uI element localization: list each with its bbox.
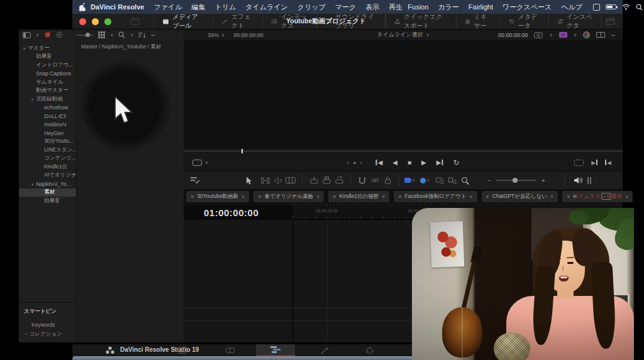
marker-icon[interactable]: [420, 178, 426, 183]
viewer-title-select[interactable]: タイムライン選択 ∨: [377, 31, 429, 39]
timeline-view-options-icon[interactable]: [189, 177, 201, 184]
thumbnail-size-slider[interactable]: [77, 35, 93, 36]
bin-row[interactable]: ∨ Kindle1位: [19, 163, 76, 172]
match-frame-icon[interactable]: [574, 160, 584, 166]
audio-monitor-icon[interactable]: [572, 177, 585, 184]
bin-row[interactable]: ∨ Snap Captions: [19, 70, 76, 79]
viewer-playhead[interactable]: [242, 149, 243, 153]
play-reverse-button[interactable]: ◀: [392, 159, 397, 166]
full-extent-zoom-icon[interactable]: [433, 177, 446, 184]
bin-row[interactable]: ∨ NapkinAI_Yo...: [19, 180, 76, 188]
toolbar-tab-mixer[interactable]: ミキサー: [457, 14, 500, 29]
timeline-view-icon[interactable]: [601, 193, 611, 200]
insert-clip-icon[interactable]: [308, 177, 320, 184]
chevron-down-icon[interactable]: ∨: [574, 33, 577, 38]
bin-row[interactable]: ∨ マスター: [19, 44, 76, 53]
close-tab-icon[interactable]: ×: [258, 194, 261, 200]
link-clips-icon[interactable]: [369, 177, 381, 184]
sort-icon[interactable]: [138, 32, 146, 38]
loop-button[interactable]: ↻: [453, 158, 460, 167]
smartbin-item-collections[interactable]: › コレクション: [19, 329, 76, 339]
menu-item[interactable]: 再生: [389, 3, 402, 12]
zoom-in-button[interactable]: +: [541, 177, 545, 184]
search-icon[interactable]: [118, 31, 125, 38]
menu-item[interactable]: Fusion: [408, 3, 428, 11]
timeline-zoom-slider[interactable]: [496, 180, 536, 181]
page-fusion[interactable]: [310, 344, 339, 356]
menu-item[interactable]: クリップ: [297, 3, 326, 12]
page-media[interactable]: [168, 344, 197, 356]
menu-item[interactable]: ヘルプ: [561, 3, 582, 12]
bin-row[interactable]: ∨ LINEスタン...: [19, 146, 76, 155]
bin-row[interactable]: ∨ 効果音: [19, 53, 76, 62]
chevron-down-icon[interactable]: ∨: [130, 33, 133, 38]
add-bin-icon[interactable]: [56, 31, 63, 38]
bin-row[interactable]: ∨ 素材: [19, 188, 76, 197]
play-button[interactable]: ▶: [421, 159, 426, 166]
stop-button[interactable]: ■: [408, 159, 411, 166]
timeline-tab[interactable]: × Facebook強制ログアウト ∨: [394, 191, 477, 202]
blade-edit-mode-icon[interactable]: [284, 177, 297, 183]
battery-icon[interactable]: [606, 4, 616, 9]
media-capture-icon[interactable]: [130, 18, 140, 25]
selection-tool-icon[interactable]: [243, 177, 255, 185]
position-lock-icon[interactable]: [381, 177, 394, 184]
toolbar-tab-inspector[interactable]: インスペクタ: [549, 14, 602, 29]
toolbar-tab-metadata[interactable]: メタデータ: [501, 14, 549, 29]
close-tab-icon[interactable]: ×: [486, 194, 489, 200]
smartbin-item-keywords[interactable]: Keywords: [19, 320, 76, 329]
chevron-down-icon[interactable]: ∨: [316, 194, 319, 199]
menu-item[interactable]: ワークスペース: [502, 3, 552, 12]
first-frame-button[interactable]: ◀: [376, 159, 383, 166]
menu-item[interactable]: トリム: [214, 3, 236, 12]
overwrite-clip-icon[interactable]: [320, 177, 333, 184]
bin-row[interactable]: ∨ DALL-E3: [19, 112, 76, 121]
wifi-icon[interactable]: [622, 4, 630, 10]
bin-list-toggle-icon[interactable]: [23, 32, 31, 38]
apple-menu-icon[interactable]: [79, 3, 86, 11]
timeline-tab[interactable]: × 春でオリジナル楽曲 ∨: [253, 191, 324, 202]
snapping-icon[interactable]: [356, 177, 369, 184]
close-tab-icon[interactable]: ×: [567, 194, 570, 200]
page-edit[interactable]: [256, 344, 295, 356]
dynamic-trim-mode-icon[interactable]: [272, 177, 284, 184]
page-color[interactable]: [355, 344, 384, 356]
flag-icon[interactable]: [404, 178, 411, 183]
chevron-down-icon[interactable]: ∨: [242, 194, 245, 199]
chevron-down-icon[interactable]: ∨: [110, 33, 113, 38]
add-timeline-tab-button[interactable]: +: [572, 192, 576, 200]
toolbar-tab-quick-export[interactable]: クイックエクスポート: [386, 14, 457, 29]
toolbar-tab-media-pool[interactable]: メディアプール: [153, 14, 213, 29]
zoom-window-button[interactable]: [104, 18, 111, 25]
bin-row[interactable]: ∨ イントロアウ...: [19, 61, 76, 70]
zoom-out-button[interactable]: −: [487, 177, 491, 184]
jog-control[interactable]: ‹ ● ›: [347, 160, 362, 166]
camera-icon[interactable]: [534, 32, 543, 38]
media-pool-content[interactable]: Master / NapkinAI_Youtube / 素材: [77, 40, 184, 342]
menu-item[interactable]: マーク: [335, 3, 357, 12]
timeline-tab[interactable]: × ChatGPTが反応しない ∨: [482, 191, 558, 202]
input-source-icon[interactable]: [593, 4, 600, 11]
chevron-down-icon[interactable]: ∨: [469, 194, 472, 199]
prev-marker-icon[interactable]: ◀: [605, 160, 611, 166]
more-options-icon[interactable]: •••: [151, 33, 155, 37]
close-tab-icon[interactable]: ×: [191, 194, 194, 200]
menu-item[interactable]: Fairlight: [469, 3, 493, 11]
viewer-overlay-icon[interactable]: [192, 160, 202, 166]
chevron-down-icon[interactable]: ∨: [549, 33, 552, 38]
timeline-tab[interactable]: × 30Youtube動画新 ∨: [186, 191, 249, 202]
minimize-window-button[interactable]: [92, 18, 99, 25]
chevron-down-icon[interactable]: ∨: [36, 33, 39, 38]
dual-viewer-icon[interactable]: [596, 32, 605, 38]
menu-item[interactable]: カラー: [438, 3, 459, 12]
menu-item[interactable]: ファイル: [153, 3, 182, 12]
chevron-down-icon[interactable]: ∨: [205, 160, 208, 165]
bin-row[interactable]: ∨ 効果音: [19, 197, 76, 205]
last-frame-button[interactable]: ▶: [436, 159, 443, 166]
film-reel-icon[interactable]: [559, 32, 567, 38]
close-tab-icon[interactable]: ×: [398, 194, 401, 200]
playhead-timecode[interactable]: 01:00:00:00: [204, 207, 258, 218]
detail-zoom-icon[interactable]: [446, 177, 458, 184]
mixer-toggle-icon[interactable]: [587, 177, 591, 184]
chevron-down-icon[interactable]: ∨: [550, 194, 553, 199]
